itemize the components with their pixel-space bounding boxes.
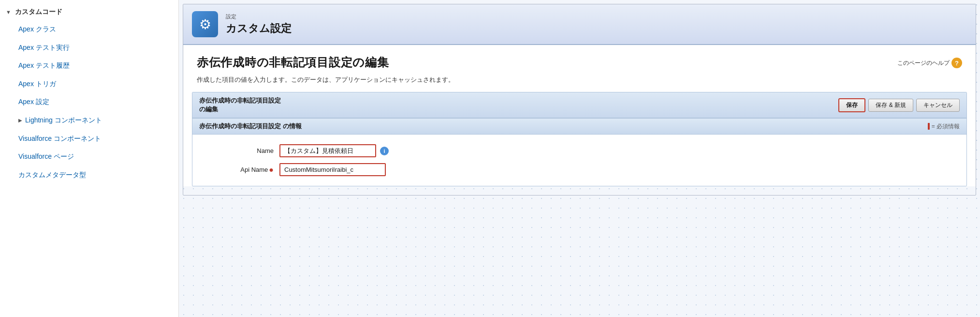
main-content: ⚙ 設定 カスタム設定 赤伝作成時の非転記項目設定の編集 このページのヘルプ ?… [179,0,980,317]
cancel-button[interactable]: キャンセル [916,99,960,112]
help-circle-icon[interactable]: ? [951,58,962,68]
gear-icon: ⚙ [199,16,211,32]
save-button[interactable]: 保存 [838,98,865,112]
sidebar-item-apex-settings[interactable]: Apex 設定 [0,93,178,111]
info-section-title: 赤伝作成時の非転記項目設定 の情報 [199,122,302,131]
header-subtitle: 設定 [226,13,292,20]
button-group: 保存 保存 & 新規 キャンセル [838,98,960,112]
form-row-name: Name i [192,141,966,160]
form-row-api-name: Api Name ● [192,160,966,179]
field-wrap-api-name [279,163,386,176]
info-section-header: 赤伝作成時の非転記項目設定 の情報 = 必須情報 [192,119,966,135]
form-section: 赤伝作成時の非転記項目設定の編集 保存 保存 & 新規 キャンセル 赤伝作成時の… [192,92,967,186]
page-header: ⚙ 設定 カスタム設定 [183,4,976,45]
required-indicator: ● [269,166,274,174]
sidebar-item-apex-class[interactable]: Apex クラス [0,20,178,39]
sidebar-section-custom-code[interactable]: ▼ カスタムコード [0,4,178,20]
form-section-header: 赤伝作成時の非転記項目設定の編集 保存 保存 & 新規 キャンセル [192,92,966,118]
field-wrap-name: i [279,144,389,157]
field-info-icon[interactable]: i [380,147,389,155]
form-section-title: 赤伝作成時の非転記項目設定の編集 [199,96,838,114]
name-input[interactable] [279,144,376,157]
required-bar-icon [928,123,930,130]
sidebar-item-apex-test-run[interactable]: Apex テスト実行 [0,39,178,57]
sidebar-item-apex-test-history[interactable]: Apex テスト履歴 [0,57,178,75]
save-new-button[interactable]: 保存 & 新規 [868,99,913,112]
chevron-down-icon: ▼ [6,9,11,15]
header-icon-box: ⚙ [192,11,218,37]
chevron-right-icon: ▶ [18,117,22,124]
required-legend-text: = 必須情報 [932,122,960,131]
field-label-api-name: Api Name ● [202,166,279,174]
page-title-bar: 赤伝作成時の非転記項目設定の編集 このページのヘルプ ? [183,45,976,74]
api-name-input[interactable] [279,163,386,176]
sidebar-item-visualforce-components[interactable]: Visualforce コンポーネント [0,130,178,148]
form-fields: Name i Api Name ● [192,135,966,186]
sidebar-item-apex-trigger[interactable]: Apex トリガ [0,75,178,93]
required-legend: = 必須情報 [928,122,960,131]
help-link[interactable]: このページのヘルプ ? [897,58,962,68]
content-border: ⚙ 設定 カスタム設定 赤伝作成時の非転記項目設定の編集 このページのヘルプ ?… [183,4,976,196]
sidebar-item-custom-metadata-types[interactable]: カスタムメタデータ型 [0,166,178,184]
sidebar-item-visualforce-pages[interactable]: Visualforce ページ [0,148,178,166]
help-link-text: このページのヘルプ [897,59,950,67]
header-title: カスタム設定 [226,21,292,36]
header-title-group: 設定 カスタム設定 [226,13,292,36]
sidebar-item-lightning-components[interactable]: ▶ Lightning コンポーネント [0,111,178,130]
info-section: 赤伝作成時の非転記項目設定 の情報 = 必須情報 Name [192,118,966,186]
content-area: 赤伝作成時の非転記項目設定の編集 このページのヘルプ ? 作成した項目の値を入力… [183,45,976,186]
sidebar-section-label: カスタムコード [15,8,62,16]
page-description: 作成した項目の値を入力します。このデータは、アプリケーションにキャッシュされます… [183,74,976,92]
field-label-name: Name [202,147,279,154]
sidebar: ▼ カスタムコード Apex クラス Apex テスト実行 Apex テスト履歴… [0,0,179,317]
page-title: 赤伝作成時の非転記項目設定の編集 [197,55,389,70]
